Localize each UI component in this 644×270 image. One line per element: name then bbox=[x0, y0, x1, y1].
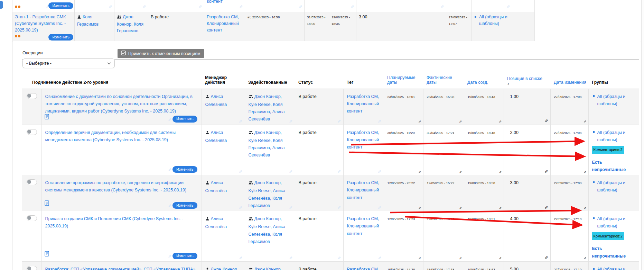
header-changed-sort-link[interactable]: Дата изменения bbox=[554, 80, 586, 85]
tag-link[interactable]: Разработка СМ, Клонированный контент bbox=[347, 216, 379, 236]
document-icon[interactable] bbox=[45, 200, 49, 208]
row-toggle[interactable] bbox=[27, 266, 37, 270]
edit-button[interactable]: Изменить bbox=[48, 2, 73, 9]
edit-pencil-icon[interactable]: ✎ bbox=[584, 257, 586, 260]
group-link[interactable]: All (образцы и шаблоны) bbox=[597, 215, 635, 230]
operations-select[interactable]: - Выберите - bbox=[22, 58, 115, 68]
edit-pencil-icon[interactable]: ✎ bbox=[351, 5, 354, 9]
edit-pencil-icon[interactable]: ✎ bbox=[544, 256, 548, 260]
involved-links[interactable]: Джон Коннор, Kyle Reese, Алиса Селезнёва… bbox=[249, 216, 286, 244]
edit-pencil-icon[interactable]: ✎ bbox=[544, 170, 548, 174]
sort-ascending-icon[interactable]: ▲ bbox=[507, 82, 547, 85]
document-icon[interactable] bbox=[45, 114, 49, 122]
edit-pencil-icon[interactable]: ✎ bbox=[544, 206, 548, 210]
edit-pencil-icon[interactable]: ✎ bbox=[499, 207, 502, 210]
edit-button[interactable]: Изменить bbox=[172, 116, 197, 122]
row-toggle[interactable] bbox=[27, 129, 37, 135]
edit-pencil-icon[interactable]: ✎ bbox=[142, 5, 146, 9]
edit-pencil-icon[interactable]: ✎ bbox=[506, 5, 510, 9]
edit-pencil-icon[interactable]: ✎ bbox=[239, 206, 242, 210]
apply-to-marked-button[interactable]: Применить к отмеченным позициям bbox=[118, 49, 204, 58]
edit-pencil-icon[interactable]: ✎ bbox=[337, 206, 341, 210]
row-toggle[interactable] bbox=[27, 179, 37, 185]
edit-pencil-icon[interactable]: ✎ bbox=[289, 170, 292, 174]
edit-pencil-icon[interactable]: ✎ bbox=[299, 5, 302, 9]
changed-date: 27/09/2025 - 17:08 bbox=[554, 181, 582, 185]
edit-pencil-icon[interactable]: ✎ bbox=[378, 206, 381, 210]
edit-pencil-icon[interactable]: ✎ bbox=[239, 119, 242, 124]
edit-pencil-icon[interactable]: ✎ bbox=[378, 170, 381, 174]
edit-pencil-icon[interactable]: ✎ bbox=[168, 204, 171, 208]
manager-link[interactable]: Джон Коннор bbox=[211, 267, 237, 270]
vertical-scrollbar[interactable] bbox=[641, 0, 644, 270]
involved-links[interactable]: Джон Коннор, Kyle Reese, Коля Герасимов,… bbox=[249, 94, 285, 122]
edit-pencil-icon[interactable]: ✎ bbox=[337, 170, 341, 174]
tag-link[interactable]: Разработка СМ, Клонированный контент bbox=[347, 267, 379, 270]
involved-links[interactable]: Джон Коннор, Kyle Reese, Коля Герасимов,… bbox=[249, 130, 285, 158]
edit-button[interactable]: Изменить bbox=[172, 202, 197, 209]
row-toggle[interactable] bbox=[27, 215, 37, 221]
edit-button[interactable]: Изменить bbox=[48, 34, 73, 40]
involved-links[interactable]: Джон Коннор, Kyle Reese, Алиса Селезнёва… bbox=[249, 267, 286, 270]
edit-pencil-icon[interactable]: ✎ bbox=[499, 120, 502, 124]
group-link[interactable]: All (образцы и шаблоны) bbox=[479, 14, 509, 27]
tag-link[interactable]: Разработка СМ, Клонированный контент bbox=[347, 94, 379, 114]
edit-pencil-icon[interactable]: ✎ bbox=[239, 5, 243, 9]
tag-link[interactable]: контент bbox=[205, 0, 244, 4]
action-title-link[interactable]: Составление программы по разработке, вне… bbox=[45, 180, 187, 192]
edit-pencil-icon[interactable]: ✎ bbox=[418, 120, 421, 124]
edit-pencil-icon[interactable]: ✎ bbox=[544, 119, 548, 124]
group-link[interactable]: All (образцы и шаблоны) bbox=[597, 179, 635, 194]
edit-pencil-icon[interactable]: ✎ bbox=[499, 257, 502, 260]
edit-pencil-icon[interactable]: ✎ bbox=[198, 5, 202, 9]
row-toggle[interactable] bbox=[27, 93, 37, 99]
header-created-sort-link[interactable]: Дата созд. bbox=[467, 80, 488, 85]
edit-pencil-icon[interactable]: ✎ bbox=[289, 119, 292, 124]
edit-pencil-icon[interactable]: ✎ bbox=[418, 207, 421, 210]
tag-link[interactable]: Разработка СМ, Клонированный контент bbox=[207, 15, 239, 33]
edit-pencil-icon[interactable]: ✎ bbox=[337, 256, 341, 260]
group-link[interactable]: All (образцы и шаблоны) bbox=[597, 129, 635, 144]
left-scroll-tab[interactable] bbox=[0, 1, 3, 9]
action-title-link[interactable]: Приказ о создании СМК и Положения СМК (C… bbox=[45, 216, 184, 228]
edit-pencil-icon[interactable]: ✎ bbox=[168, 168, 171, 172]
group-link[interactable]: All (образцы и шаблоны) bbox=[597, 266, 635, 270]
edit-pencil-icon[interactable]: ✎ bbox=[418, 171, 421, 174]
tag-link[interactable]: Разработка СМ, Клонированный контент bbox=[347, 130, 379, 150]
header-planned-sort-link[interactable]: Планируемые даты bbox=[387, 75, 416, 85]
edit-pencil-icon[interactable]: ✎ bbox=[337, 119, 341, 124]
edit-pencil-icon[interactable]: ✎ bbox=[459, 257, 462, 260]
header-actual-sort-link[interactable]: Фактические даты bbox=[427, 75, 452, 85]
edit-pencil-icon[interactable]: ✎ bbox=[168, 254, 171, 259]
edit-pencil-icon[interactable]: ✎ bbox=[459, 171, 462, 174]
edit-pencil-icon[interactable]: ✎ bbox=[459, 207, 462, 210]
edit-button[interactable]: Изменить bbox=[172, 166, 197, 173]
header-position-sort-link[interactable]: Позиция в списке bbox=[507, 76, 542, 81]
planned-date: 12/05/2025 - 17:23 bbox=[388, 217, 415, 221]
edit-pencil-icon[interactable]: ✎ bbox=[499, 171, 502, 174]
status-text: В работе bbox=[151, 15, 169, 19]
action-title-link[interactable]: Определение перечня документации, необхо… bbox=[45, 130, 176, 142]
action-title-link[interactable]: Разработка: СТП «Управление документацие… bbox=[45, 267, 197, 270]
edit-pencil-icon[interactable]: ✎ bbox=[459, 120, 462, 124]
edit-pencil-icon[interactable]: ✎ bbox=[289, 206, 292, 210]
edit-pencil-icon[interactable]: ✎ bbox=[239, 256, 242, 260]
edit-pencil-icon[interactable]: ✎ bbox=[168, 118, 171, 122]
edit-pencil-icon[interactable]: ✎ bbox=[289, 256, 292, 260]
edit-pencil-icon[interactable]: ✎ bbox=[378, 256, 381, 260]
edit-pencil-icon[interactable]: ✎ bbox=[584, 207, 586, 210]
edit-pencil-icon[interactable]: ✎ bbox=[418, 257, 421, 260]
edit-pencil-icon[interactable]: ✎ bbox=[584, 120, 586, 124]
edit-button[interactable]: Изменить bbox=[172, 253, 197, 259]
group-link[interactable]: All (образцы и шаблоны) bbox=[597, 93, 635, 108]
edit-pencil-icon[interactable]: ✎ bbox=[440, 5, 444, 9]
action-title-link[interactable]: Ознакомление с документами по основной д… bbox=[45, 94, 193, 114]
stage-title-link[interactable]: Этап-1 - Разработка СМК (Cyberdyne Syste… bbox=[15, 15, 66, 33]
edit-pencil-icon[interactable]: ✎ bbox=[378, 119, 381, 124]
involved-links[interactable]: Джон Коннор, Kyle Reese, Алиса Селезнёва… bbox=[249, 180, 286, 208]
edit-pencil-icon[interactable]: ✎ bbox=[239, 170, 242, 174]
tag-link[interactable]: Разработка СМ, Клонированный контент bbox=[347, 180, 379, 200]
document-icon[interactable] bbox=[45, 251, 49, 259]
edit-pencil-icon[interactable]: ✎ bbox=[584, 171, 586, 174]
edit-pencil-icon[interactable]: ✎ bbox=[109, 5, 112, 9]
